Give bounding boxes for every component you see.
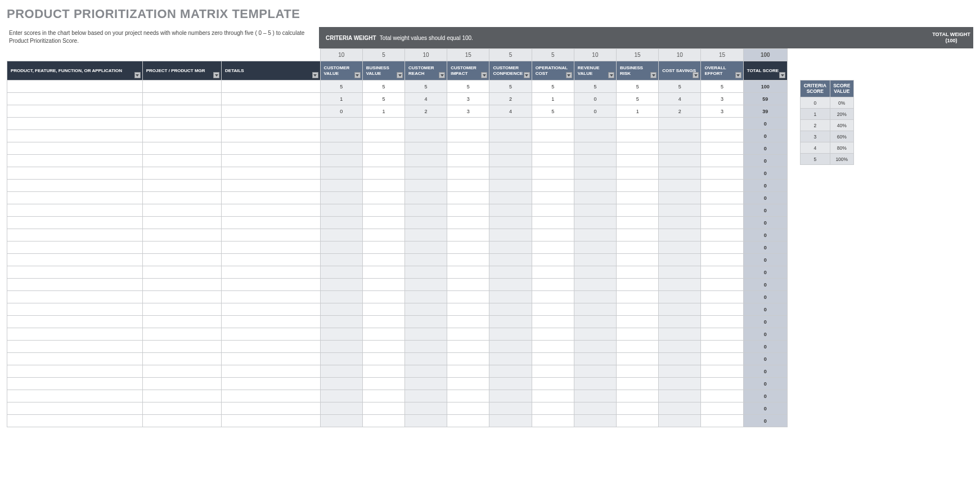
details-cell[interactable] [222, 415, 321, 427]
score-cell[interactable] [574, 204, 616, 217]
score-cell[interactable] [574, 390, 616, 402]
score-cell[interactable] [320, 303, 362, 316]
score-cell[interactable] [489, 130, 532, 142]
score-cell[interactable] [701, 328, 743, 341]
score-cell[interactable] [489, 353, 532, 365]
score-cell[interactable] [320, 291, 362, 303]
filter-dropdown-icon[interactable] [439, 72, 445, 78]
product-cell[interactable] [7, 353, 143, 365]
score-cell[interactable] [447, 365, 489, 378]
score-cell[interactable] [574, 328, 616, 341]
score-cell[interactable] [362, 353, 404, 365]
details-cell[interactable] [222, 142, 321, 155]
criteria-weight-cell[interactable]: 10 [574, 49, 616, 61]
header-criteria[interactable]: BUSINESS VALUE [362, 61, 404, 80]
mgr-cell[interactable] [142, 291, 221, 303]
score-cell[interactable] [362, 229, 404, 241]
score-cell[interactable] [362, 378, 404, 390]
score-cell[interactable] [320, 390, 362, 402]
score-cell[interactable] [447, 279, 489, 291]
mgr-cell[interactable] [142, 192, 221, 204]
score-cell[interactable]: 0 [574, 93, 616, 105]
details-cell[interactable] [222, 118, 321, 130]
header-product[interactable]: PRODUCT, FEATURE, FUNCTION, OR APPLICATI… [7, 61, 143, 80]
header-mgr[interactable]: PROJECT / PRODUCT MGR [142, 61, 221, 80]
score-cell[interactable] [405, 365, 447, 378]
mgr-cell[interactable] [142, 303, 221, 316]
criteria-weight-cell[interactable]: 10 [659, 49, 701, 61]
score-cell[interactable] [320, 378, 362, 390]
product-cell[interactable] [7, 291, 143, 303]
score-cell[interactable] [701, 229, 743, 241]
score-cell[interactable]: 1 [617, 105, 659, 118]
score-cell[interactable]: 1 [320, 93, 362, 105]
score-cell[interactable] [659, 402, 701, 415]
score-cell[interactable] [320, 217, 362, 229]
score-cell[interactable] [532, 118, 574, 130]
score-cell[interactable] [362, 415, 404, 427]
details-cell[interactable] [222, 266, 321, 279]
mgr-cell[interactable] [142, 155, 221, 167]
score-cell[interactable] [532, 402, 574, 415]
score-cell[interactable] [405, 130, 447, 142]
score-cell[interactable] [574, 378, 616, 390]
product-cell[interactable] [7, 279, 143, 291]
score-cell[interactable] [362, 328, 404, 341]
score-cell[interactable] [447, 303, 489, 316]
mgr-cell[interactable] [142, 167, 221, 180]
score-cell[interactable] [659, 118, 701, 130]
score-cell[interactable]: 2 [405, 105, 447, 118]
score-cell[interactable] [447, 353, 489, 365]
score-cell[interactable] [701, 180, 743, 192]
header-criteria[interactable]: CUSTOMER VALUE [320, 61, 362, 80]
mgr-cell[interactable] [142, 390, 221, 402]
score-cell[interactable] [320, 130, 362, 142]
score-cell[interactable] [659, 328, 701, 341]
filter-dropdown-icon[interactable] [608, 72, 614, 78]
score-cell[interactable] [617, 353, 659, 365]
details-cell[interactable] [222, 80, 321, 93]
score-cell[interactable] [659, 217, 701, 229]
score-cell[interactable] [532, 303, 574, 316]
score-cell[interactable] [617, 204, 659, 217]
details-cell[interactable] [222, 291, 321, 303]
score-cell[interactable] [574, 155, 616, 167]
score-cell[interactable] [701, 365, 743, 378]
score-cell[interactable] [617, 328, 659, 341]
score-cell[interactable] [489, 266, 532, 279]
score-cell[interactable] [447, 192, 489, 204]
score-cell[interactable] [489, 229, 532, 241]
details-cell[interactable] [222, 303, 321, 316]
score-cell[interactable] [701, 378, 743, 390]
score-cell[interactable]: 5 [405, 80, 447, 93]
score-cell[interactable] [405, 316, 447, 328]
score-cell[interactable] [532, 279, 574, 291]
filter-dropdown-icon[interactable] [312, 72, 318, 78]
score-cell[interactable] [447, 402, 489, 415]
score-cell[interactable] [405, 192, 447, 204]
score-cell[interactable] [617, 118, 659, 130]
score-cell[interactable] [489, 241, 532, 254]
score-cell[interactable] [362, 341, 404, 353]
score-cell[interactable] [659, 229, 701, 241]
score-cell[interactable] [405, 341, 447, 353]
score-cell[interactable] [659, 415, 701, 427]
header-criteria[interactable]: OPERATIONAL COST [532, 61, 574, 80]
score-cell[interactable] [489, 217, 532, 229]
score-cell[interactable] [405, 279, 447, 291]
product-cell[interactable] [7, 192, 143, 204]
product-cell[interactable] [7, 105, 143, 118]
score-cell[interactable] [362, 390, 404, 402]
details-cell[interactable] [222, 155, 321, 167]
score-cell[interactable]: 5 [320, 80, 362, 93]
mgr-cell[interactable] [142, 217, 221, 229]
details-cell[interactable] [222, 180, 321, 192]
mgr-cell[interactable] [142, 316, 221, 328]
score-cell[interactable] [405, 415, 447, 427]
criteria-weight-cell[interactable]: 15 [447, 49, 489, 61]
score-cell[interactable] [532, 204, 574, 217]
score-cell[interactable] [659, 365, 701, 378]
score-cell[interactable]: 5 [489, 80, 532, 93]
score-cell[interactable] [532, 415, 574, 427]
score-cell[interactable] [532, 328, 574, 341]
